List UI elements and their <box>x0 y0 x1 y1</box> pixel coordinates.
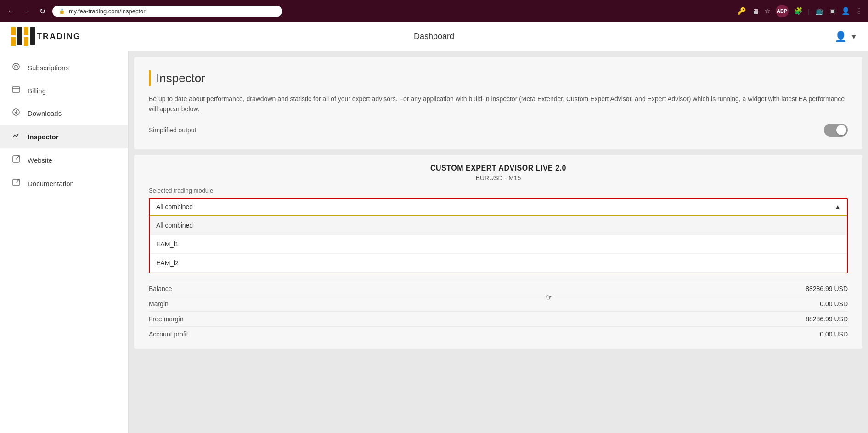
inspector-title-row: Inspector <box>149 70 848 86</box>
sidebar-item-inspector[interactable]: Inspector <box>0 125 128 148</box>
abp-label: ABP <box>777 8 787 14</box>
sidebar-item-downloads-label: Downloads <box>28 109 62 117</box>
lock-icon: 🔒 <box>59 8 65 14</box>
stat-value-account-profit: 0.00 USD <box>820 330 848 338</box>
inspector-card: Inspector Be up to date about performanc… <box>134 57 862 149</box>
stat-value-balance: 88286.99 USD <box>806 285 848 292</box>
ea-body: Selected trading module All combined ▲ A… <box>134 187 862 349</box>
stat-label-balance: Balance <box>149 285 172 292</box>
inspector-description: Be up to date about performance, drawdow… <box>149 94 848 114</box>
user-dropdown-arrow[interactable]: ▼ <box>851 33 857 40</box>
module-select-label: Selected trading module <box>149 187 848 194</box>
inspector-title: Inspector <box>156 71 205 85</box>
app-header: TRADING Dashboard 👤 ▼ <box>0 22 868 51</box>
svg-line-13 <box>16 156 19 159</box>
browser-chrome: ← → ↻ 🔒 my.fea-trading.com/inspector 🔑 🖥… <box>0 0 868 22</box>
screen-icon: 🖥 <box>752 7 759 15</box>
sidebar-item-billing[interactable]: Billing <box>0 80 128 102</box>
inspector-icon <box>11 131 21 142</box>
forward-button[interactable]: → <box>21 7 32 15</box>
sidebar: Subscriptions Billing Downloads Inspecto… <box>0 51 129 433</box>
dropdown-options-list: All combined EAM_l1 EAM_l2 <box>150 216 847 273</box>
logo-icon <box>11 27 35 46</box>
ea-header: CUSTOM EXPERT ADVISOR LIVE 2.0 EURUSD - … <box>134 155 862 187</box>
sidebar-item-subscriptions-label: Subscriptions <box>28 64 69 72</box>
svg-rect-0 <box>11 27 16 35</box>
option-label-0: All combined <box>156 222 193 229</box>
trading-module-dropdown[interactable]: All combined ▲ All combined EAM_l1 EAM_l… <box>149 198 848 273</box>
dropdown-arrow-up: ▲ <box>835 204 840 210</box>
stat-label-free-margin: Free margin <box>149 315 183 323</box>
ea-name: CUSTOM EXPERT ADVISOR LIVE 2.0 <box>149 164 848 172</box>
dropdown-option-eam-l2[interactable]: EAM_l2 <box>150 254 847 273</box>
stat-value-margin: 0.00 USD <box>820 300 848 308</box>
sidebar-item-website-label: Website <box>28 156 52 164</box>
sidebar-item-documentation[interactable]: Documentation <box>0 172 128 195</box>
billing-icon <box>11 86 21 95</box>
main-layout: Subscriptions Billing Downloads Inspecto… <box>0 51 868 433</box>
option-label-2: EAM_l2 <box>156 259 179 267</box>
downloads-icon <box>11 108 21 119</box>
stat-label-account-profit: Account profit <box>149 330 188 338</box>
logo-text: TRADING <box>37 32 81 41</box>
website-icon <box>11 155 21 165</box>
documentation-icon <box>11 178 21 189</box>
sidebar-item-inspector-label: Inspector <box>28 133 59 141</box>
key-icon: 🔑 <box>738 7 746 15</box>
sidebar-item-subscriptions[interactable]: Subscriptions <box>0 56 128 80</box>
stats-section: Balance 88286.99 USD Margin 0.00 USD Fre… <box>149 281 848 342</box>
reload-button[interactable]: ↻ <box>37 7 48 16</box>
back-button[interactable]: ← <box>6 7 17 15</box>
sidebar-item-billing-label: Billing <box>28 87 46 95</box>
option-label-1: EAM_l1 <box>156 240 179 248</box>
simplified-output-row: Simplified output <box>149 124 848 137</box>
address-bar[interactable]: 🔒 my.fea-trading.com/inspector <box>52 6 282 17</box>
stat-row-margin: Margin 0.00 USD <box>149 296 848 311</box>
dropdown-option-all-combined[interactable]: All combined <box>150 216 847 235</box>
user-icon[interactable]: 👤 <box>834 31 847 43</box>
sidebar-item-downloads[interactable]: Downloads <box>0 102 128 125</box>
dropdown-current-label: All combined <box>156 203 193 211</box>
stat-label-margin: Margin <box>149 300 169 308</box>
logo: TRADING <box>11 27 81 46</box>
header-title: Dashboard <box>414 32 454 41</box>
extensions-icon[interactable]: 🧩 <box>794 7 803 15</box>
dropdown-selected-value[interactable]: All combined ▲ <box>150 199 847 216</box>
browser-toolbar: 🔑 🖥 ☆ ABP 🧩 | 📺 ▣ 👤 ⋮ <box>738 5 862 17</box>
svg-rect-4 <box>24 37 28 46</box>
stat-row-free-margin: Free margin 88286.99 USD <box>149 311 848 326</box>
svg-rect-3 <box>24 27 28 35</box>
simplified-output-label: Simplified output <box>149 126 197 134</box>
svg-rect-2 <box>17 27 22 45</box>
abp-badge: ABP <box>776 5 789 17</box>
menu-icon[interactable]: ⋮ <box>856 7 862 15</box>
sidebar-item-website[interactable]: Website <box>0 148 128 172</box>
cast-icon[interactable]: 📺 <box>815 7 824 15</box>
url-text: my.fea-trading.com/inspector <box>69 8 146 15</box>
stat-row-account-profit: Account profit 0.00 USD <box>149 326 848 342</box>
dropdown-option-eam-l1[interactable]: EAM_l1 <box>150 235 847 254</box>
star-icon[interactable]: ☆ <box>764 7 770 15</box>
simplified-output-toggle[interactable] <box>824 124 848 137</box>
svg-point-6 <box>13 63 19 70</box>
svg-line-15 <box>16 179 19 182</box>
stat-row-balance: Balance 88286.99 USD <box>149 281 848 296</box>
svg-point-7 <box>15 65 17 68</box>
ea-widget-card: CUSTOM EXPERT ADVISOR LIVE 2.0 EURUSD - … <box>134 155 862 349</box>
svg-rect-1 <box>11 37 16 46</box>
inspector-accent-bar <box>149 70 151 86</box>
window-icon[interactable]: ▣ <box>829 7 836 15</box>
stat-value-free-margin: 88286.99 USD <box>806 315 848 323</box>
header-user[interactable]: 👤 ▼ <box>834 31 857 43</box>
svg-rect-5 <box>30 27 35 45</box>
subscriptions-icon <box>11 63 21 73</box>
svg-rect-8 <box>12 87 20 92</box>
content-area: Inspector Be up to date about performanc… <box>129 51 868 433</box>
profile-icon[interactable]: 👤 <box>841 7 850 15</box>
ea-symbol: EURUSD - M15 <box>149 174 848 182</box>
sidebar-item-documentation-label: Documentation <box>28 180 74 188</box>
